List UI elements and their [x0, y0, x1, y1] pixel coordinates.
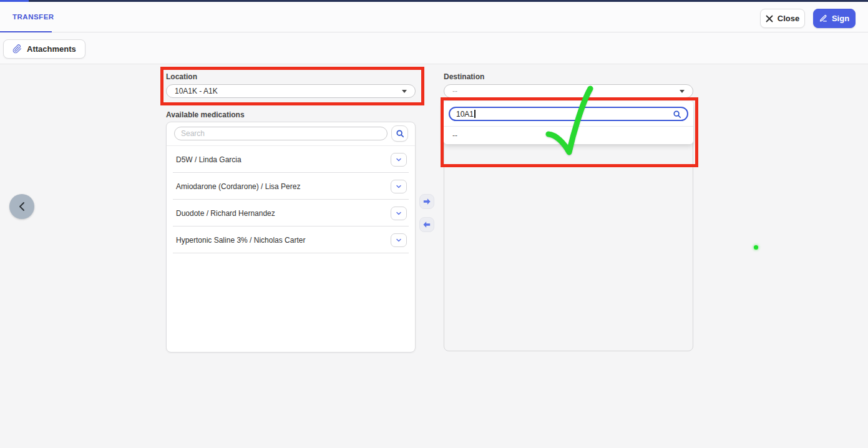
- select-caret-icon: [680, 90, 685, 93]
- destination-label: Destination: [444, 72, 484, 81]
- destination-option[interactable]: --: [444, 127, 693, 144]
- attachments-bar: Attachments: [0, 32, 868, 64]
- tab-transfer[interactable]: TRANSFER: [12, 2, 54, 32]
- destination-search-value: 10A1: [456, 110, 474, 119]
- tab-bar: TRANSFER Close Sign: [0, 2, 868, 32]
- destination-search-input[interactable]: 10A1: [449, 107, 688, 121]
- medications-list: D5W / Linda Garcia Amiodarone (Cordarone…: [167, 146, 415, 253]
- medication-label: Hypertonic Saline 3% / Nicholas Carter: [176, 236, 305, 245]
- chevron-down-icon: [395, 236, 402, 244]
- sign-pen-icon: [819, 14, 827, 22]
- available-medications-label: Available medications: [166, 110, 245, 119]
- transfer-left-button[interactable]: [419, 217, 434, 232]
- transfer-screen: TRANSFER Close Sign Attachments Location…: [0, 0, 868, 448]
- sign-button-label: Sign: [832, 14, 849, 23]
- destination-search-row: 10A1: [444, 101, 693, 127]
- attachments-button-label: Attachments: [27, 44, 76, 54]
- select-caret-icon: [402, 90, 407, 93]
- transfer-right-button[interactable]: [419, 194, 434, 209]
- attachments-button[interactable]: Attachments: [3, 39, 85, 59]
- medication-label: D5W / Linda Garcia: [176, 155, 241, 164]
- medication-row[interactable]: Duodote / Richard Hernandez: [167, 200, 415, 226]
- medications-search-row: [167, 122, 415, 146]
- collapse-sidebar-button[interactable]: [9, 194, 34, 219]
- medication-label: Duodote / Richard Hernandez: [176, 209, 275, 218]
- transfer-right-icon: [422, 198, 431, 205]
- destination-select-value: --: [452, 87, 457, 95]
- medications-search-button[interactable]: [391, 125, 408, 142]
- expand-medication-button[interactable]: [391, 153, 407, 167]
- window-top-edge: [0, 0, 868, 2]
- medication-row[interactable]: D5W / Linda Garcia: [167, 146, 415, 173]
- search-icon: [396, 129, 404, 138]
- location-label: Location: [166, 72, 197, 81]
- location-select-value: 10A1K - A1K: [175, 87, 218, 95]
- medication-row[interactable]: Hypertonic Saline 3% / Nicholas Carter: [167, 226, 415, 253]
- location-select[interactable]: 10A1K - A1K: [166, 84, 416, 98]
- transfer-left-icon: [422, 221, 431, 228]
- text-cursor: [474, 110, 475, 118]
- expand-medication-button[interactable]: [391, 207, 407, 220]
- close-button-label: Close: [778, 14, 799, 23]
- sign-button[interactable]: Sign: [813, 9, 856, 28]
- chevron-down-icon: [395, 210, 402, 217]
- available-medications-panel: D5W / Linda Garcia Amiodarone (Cordarone…: [166, 122, 416, 353]
- chevron-down-icon: [395, 156, 402, 163]
- attachment-clip-icon: [12, 44, 22, 54]
- search-icon: [673, 110, 681, 119]
- destination-dropdown: 10A1 --: [444, 101, 693, 144]
- annotation-green-dot: [754, 245, 758, 250]
- expand-medication-button[interactable]: [391, 180, 407, 193]
- window-top-edge-accent: [0, 0, 29, 2]
- chevron-left-icon: [17, 201, 26, 212]
- destination-select[interactable]: --: [444, 84, 693, 98]
- medication-label: Amiodarone (Cordarone) / Lisa Perez: [176, 182, 300, 191]
- close-icon: [766, 15, 773, 22]
- medications-search-input[interactable]: [174, 127, 388, 140]
- medication-row[interactable]: Amiodarone (Cordarone) / Lisa Perez: [167, 173, 415, 200]
- close-button[interactable]: Close: [760, 9, 805, 28]
- chevron-down-icon: [395, 183, 402, 190]
- expand-medication-button[interactable]: [391, 233, 407, 247]
